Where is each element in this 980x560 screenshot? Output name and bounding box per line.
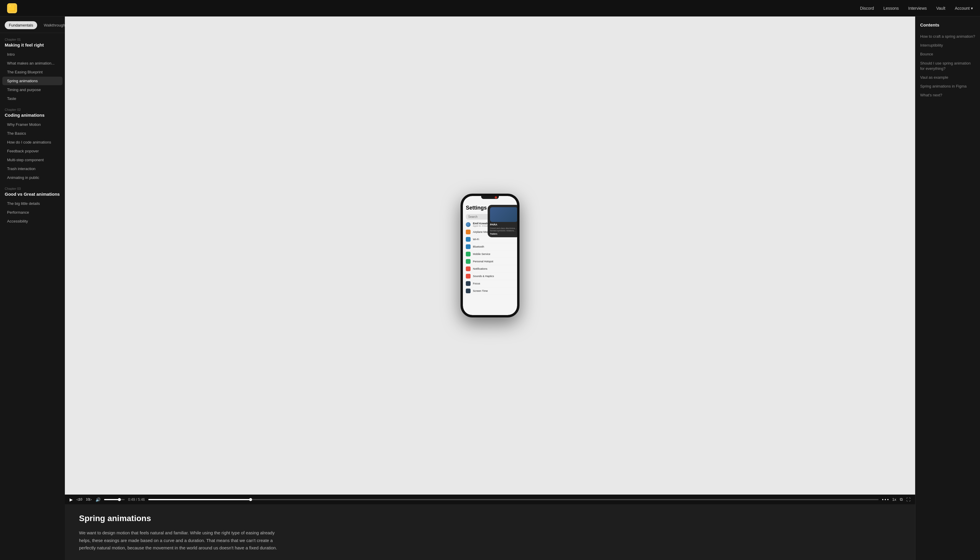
chapter-03: Chapter 03 Good vs Great animations The …	[0, 182, 65, 225]
controls-right: • • • 1x ⧉ ⛶	[882, 497, 910, 502]
sidebar-item-how-code[interactable]: How do I code animations	[2, 138, 63, 147]
forward-button[interactable]: 10▷	[86, 498, 92, 502]
toc-title: Contents	[920, 22, 975, 27]
nav-interviews[interactable]: Interviews	[908, 6, 927, 11]
volume-thumb	[118, 498, 121, 501]
sidebar-item-big-little[interactable]: The big little details	[2, 199, 63, 208]
settings-mobile: Mobile Service	[463, 250, 517, 258]
article-title: Spring animations	[79, 514, 287, 523]
article-content: Spring animations We want to design moti…	[65, 504, 301, 560]
chapter-01-title: Making it feel right	[0, 42, 65, 50]
speed-button[interactable]: 1x	[892, 497, 896, 502]
left-sidebar: Fundamentals Walkthroughs Chapter 01 Mak…	[0, 17, 65, 560]
video-container: Settings Search Emil Kowalski Apple ID, …	[65, 17, 915, 504]
sidebar-item-basics[interactable]: The Basics	[2, 129, 63, 138]
nav-lessons[interactable]: Lessons	[883, 6, 898, 11]
chapter-01: Chapter 01 Making it feel right Intro Wh…	[0, 33, 65, 103]
chapter-03-label: Chapter 03	[0, 182, 65, 192]
settings-bluetooth: Bluetooth	[463, 243, 517, 250]
more-options-button[interactable]: • • •	[882, 497, 888, 502]
sidebar-item-trash[interactable]: Trash interaction	[2, 165, 63, 173]
sidebar-item-feedback-popover[interactable]: Feedback popover	[2, 147, 63, 155]
volume-fill	[104, 499, 120, 500]
nav-discord[interactable]: Discord	[860, 6, 874, 11]
pip-button[interactable]: ⧉	[900, 497, 903, 502]
progress-fill	[148, 499, 251, 500]
play-button[interactable]: ▶	[70, 497, 73, 502]
tab-walkthroughs[interactable]: Walkthroughs	[40, 21, 65, 29]
fullscreen-button[interactable]: ⛶	[906, 497, 910, 502]
camera-dot	[495, 196, 497, 198]
sidebar-item-multi-step[interactable]: Multi-step component	[2, 156, 63, 164]
toc-sidebar: Contents How to craft a spring animation…	[915, 17, 980, 560]
user-avatar	[466, 222, 470, 227]
chapter-02-title: Coding animations	[0, 113, 65, 120]
toc-item-interruptibility[interactable]: Interruptibility	[920, 41, 975, 50]
sidebar-item-animating-public[interactable]: Animating in public	[2, 173, 63, 182]
account-menu[interactable]: Account ▾	[955, 6, 973, 11]
settings-hotspot: Personal Hotspot	[463, 258, 517, 265]
chapter-02-label: Chapter 02	[0, 103, 65, 113]
fullscreen-icon: ⛶	[906, 497, 910, 502]
sidebar-item-why-framer[interactable]: Why Framer Motion	[2, 120, 63, 129]
toc-item-spring-figma[interactable]: Spring animations in Figma	[920, 82, 975, 91]
time-display: 0:49 / 5:46	[128, 498, 145, 502]
volume-slider[interactable]	[104, 499, 125, 500]
more-options-icon: • • •	[882, 497, 888, 502]
chapter-01-label: Chapter 01	[0, 33, 65, 42]
toc-item-use-spring[interactable]: Should I use spring animation for everyt…	[920, 59, 975, 73]
nav-vault[interactable]: Vault	[937, 6, 945, 11]
tab-fundamentals[interactable]: Fundamentals	[5, 21, 37, 29]
toc-item-bounce[interactable]: Bounce	[920, 50, 975, 58]
sidebar-item-taste[interactable]: Taste	[2, 94, 63, 103]
toc-item-vaul[interactable]: Vaul as example	[920, 73, 975, 82]
nav-links: Discord Lessons Interviews Vault Account…	[860, 6, 973, 11]
sidebar-item-performance[interactable]: Performance	[2, 208, 63, 217]
sidebar-item-intro[interactable]: Intro	[2, 50, 63, 58]
settings-sounds: Sounds & Haptics	[463, 273, 517, 280]
progress-thumb	[249, 498, 252, 501]
article-body: We want to design motion that feels natu…	[79, 529, 287, 552]
progress-bar[interactable]	[148, 499, 878, 500]
screentime-icon	[466, 288, 470, 293]
rewind-button[interactable]: ◁10	[77, 498, 82, 502]
sidebar-item-what-makes[interactable]: What makes an animation...	[2, 59, 63, 67]
toc-item-whats-next[interactable]: What's next?	[920, 91, 975, 100]
tab-bar: Fundamentals Walkthroughs	[0, 17, 65, 33]
settings-notifications: Notifications	[463, 265, 517, 273]
focus-icon	[466, 281, 470, 286]
airplane-icon	[466, 230, 470, 234]
video-controls: ▶ ◁10 10▷ 🔊 0:49 / 5:46	[65, 495, 915, 504]
chapter-02: Chapter 02 Coding animations Why Framer …	[0, 103, 65, 182]
center-content: Settings Search Emil Kowalski Apple ID, …	[65, 17, 915, 560]
wifi-icon	[466, 237, 470, 242]
mobile-icon	[466, 252, 470, 257]
app-logo[interactable]: 🟨	[7, 3, 17, 13]
sidebar-item-accessibility[interactable]: Accessibility	[2, 217, 63, 225]
sidebar-item-timing-purpose[interactable]: Timing and purpose	[2, 85, 63, 94]
chapter-03-title: Good vs Great animations	[0, 192, 65, 199]
volume-icon: 🔊	[95, 497, 100, 502]
pip-icon: ⧉	[900, 497, 903, 502]
main-layout: Fundamentals Walkthroughs Chapter 01 Mak…	[0, 17, 980, 560]
toc-item-craft-spring[interactable]: How to craft a spring animation?	[920, 32, 975, 41]
settings-screentime: Screen Time	[463, 287, 517, 295]
overlay-panel: PARA Greed and class discrimina... forme…	[488, 205, 520, 237]
bluetooth-icon	[466, 244, 470, 249]
rewind-icon: ◁10	[77, 498, 82, 502]
overlay-image	[490, 207, 518, 222]
phone-mockup: Settings Search Emil Kowalski Apple ID, …	[460, 193, 520, 317]
hotspot-icon	[466, 259, 470, 264]
chevron-down-icon: ▾	[971, 6, 973, 11]
forward-icon: 10▷	[86, 498, 92, 502]
settings-focus: Focus	[463, 280, 517, 287]
sounds-icon	[466, 274, 470, 278]
sidebar-item-easing-blueprint[interactable]: The Easing Blueprint	[2, 68, 63, 76]
volume-button[interactable]: 🔊	[95, 497, 100, 502]
video-frame[interactable]: Settings Search Emil Kowalski Apple ID, …	[65, 17, 915, 495]
notifications-icon	[466, 267, 470, 271]
sidebar-item-spring-animations[interactable]: Spring animations	[2, 77, 63, 85]
phone-notch	[481, 196, 499, 199]
top-navigation: 🟨 Discord Lessons Interviews Vault Accou…	[0, 0, 980, 17]
